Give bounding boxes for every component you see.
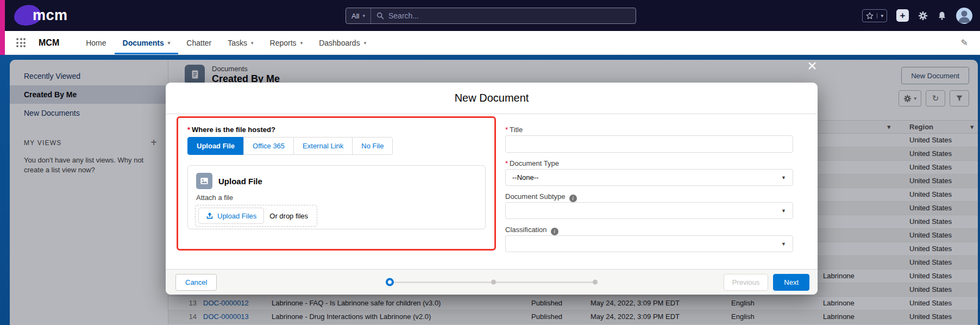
search-icon bbox=[376, 12, 384, 20]
classification-select[interactable]: ▼ bbox=[505, 235, 793, 252]
cancel-button[interactable]: Cancel bbox=[175, 274, 217, 291]
logo-wordmark: mcm bbox=[33, 7, 68, 24]
tab-label: Documents bbox=[123, 39, 164, 47]
info-icon[interactable]: i bbox=[551, 228, 558, 235]
document-type-label: *Document Type bbox=[505, 159, 559, 167]
document-type-select[interactable]: --None-- ▼ bbox=[505, 169, 793, 186]
salesforce-app-screen: mcm All ▾ ▾ + bbox=[0, 0, 980, 325]
classification-label: Classificationi bbox=[505, 226, 558, 235]
document-subtype-label: Document Subtypei bbox=[505, 192, 577, 202]
chevron-down-icon[interactable]: ▾ bbox=[877, 13, 883, 18]
header-utility-icons: ▾ + bbox=[862, 0, 972, 31]
tab-label: Reports bbox=[270, 39, 297, 47]
host-option-upload-file[interactable]: Upload File bbox=[187, 137, 244, 155]
drop-files-label: Or drop files bbox=[269, 212, 308, 220]
search-scope-value: All bbox=[351, 12, 359, 20]
chevron-down-icon: ▾ bbox=[362, 13, 365, 18]
title-label: *Title bbox=[505, 126, 523, 134]
tab-reports[interactable]: Reports▾ bbox=[262, 31, 311, 54]
chevron-down-icon: ▼ bbox=[781, 175, 786, 180]
title-input[interactable] bbox=[505, 135, 793, 153]
search-input[interactable] bbox=[388, 11, 636, 20]
tab-dashboards[interactable]: Dashboards▾ bbox=[311, 31, 374, 54]
notifications-bell-icon[interactable] bbox=[937, 11, 947, 21]
upload-files-label: Upload Files bbox=[217, 212, 256, 220]
close-icon[interactable]: × bbox=[803, 57, 821, 75]
tab-label: Chatter bbox=[186, 39, 211, 47]
required-asterisk: * bbox=[505, 159, 508, 167]
progress-step-3 bbox=[593, 280, 598, 285]
info-icon[interactable]: i bbox=[569, 195, 577, 202]
document-type-value: --None-- bbox=[512, 173, 538, 182]
attach-file-label: Attach a file bbox=[196, 193, 485, 202]
file-image-icon bbox=[196, 173, 212, 189]
required-asterisk: * bbox=[505, 126, 508, 134]
tab-label: Dashboards bbox=[319, 39, 360, 47]
tab-label: Home bbox=[86, 39, 106, 47]
progress-line bbox=[394, 282, 491, 283]
required-asterisk: * bbox=[187, 126, 190, 134]
global-search[interactable]: All ▾ bbox=[345, 8, 636, 24]
chevron-down-icon: ▼ bbox=[781, 208, 786, 214]
footer-buttons: Previous Next bbox=[724, 274, 809, 291]
host-option-no-file[interactable]: No File bbox=[352, 137, 393, 155]
file-drop-zone[interactable]: Upload Files Or drop files bbox=[195, 205, 317, 227]
favorites-control[interactable]: ▾ bbox=[862, 9, 887, 22]
host-option-external-link[interactable]: External Link bbox=[293, 137, 353, 155]
document-subtype-select[interactable]: ▼ bbox=[505, 202, 793, 219]
tab-label: Tasks bbox=[228, 39, 247, 47]
progress-step-2 bbox=[491, 280, 496, 285]
progress-line bbox=[496, 282, 593, 283]
modal-footer: Cancel Previous Next bbox=[166, 269, 818, 295]
tab-home[interactable]: Home bbox=[78, 31, 114, 54]
tab-documents[interactable]: Documents▾ bbox=[115, 31, 179, 54]
host-option-office-365[interactable]: Office 365 bbox=[243, 137, 294, 155]
file-hosted-label: *Where is the file hosted? bbox=[187, 126, 275, 134]
chevron-down-icon[interactable]: ▾ bbox=[251, 40, 254, 46]
upload-icon bbox=[206, 212, 213, 220]
previous-button[interactable]: Previous bbox=[724, 274, 769, 291]
search-scope-selector[interactable]: All ▾ bbox=[346, 8, 371, 23]
chevron-down-icon[interactable]: ▾ bbox=[300, 40, 303, 46]
app-nav-bar: MCM Home Documents▾ Chatter Tasks▾ Repor… bbox=[0, 31, 980, 55]
host-option-group: Upload File Office 365 External Link No … bbox=[187, 137, 393, 155]
global-actions-icon[interactable]: + bbox=[896, 9, 909, 22]
chevron-down-icon[interactable]: ▾ bbox=[168, 40, 171, 46]
modal-header: New Document bbox=[166, 83, 818, 114]
global-header: mcm All ▾ ▾ + bbox=[0, 0, 980, 31]
edit-nav-pencil-icon[interactable]: ✎ bbox=[961, 38, 968, 48]
upload-files-button[interactable]: Upload Files bbox=[198, 208, 264, 224]
modal-title: New Document bbox=[455, 92, 529, 104]
app-launcher-icon[interactable] bbox=[16, 38, 26, 47]
progress-indicator bbox=[386, 278, 598, 286]
tab-chatter[interactable]: Chatter bbox=[178, 31, 219, 54]
app-name: MCM bbox=[39, 38, 59, 48]
progress-step-1 bbox=[386, 278, 394, 286]
nav-tabs: Home Documents▾ Chatter Tasks▾ Reports▾ … bbox=[78, 31, 374, 54]
brand-logo: mcm bbox=[14, 4, 68, 26]
upload-card-header: Upload File bbox=[188, 166, 485, 189]
next-button[interactable]: Next bbox=[773, 274, 809, 291]
chevron-down-icon[interactable]: ▾ bbox=[364, 40, 367, 46]
setup-gear-icon[interactable] bbox=[918, 11, 928, 21]
accent-strip bbox=[0, 0, 5, 55]
user-avatar[interactable] bbox=[956, 8, 972, 24]
chevron-down-icon: ▼ bbox=[781, 241, 786, 247]
upload-card-title: Upload File bbox=[218, 177, 262, 186]
upload-file-card: Upload File Attach a file Upload Files O… bbox=[187, 165, 486, 229]
star-icon[interactable] bbox=[866, 12, 874, 20]
tab-tasks[interactable]: Tasks▾ bbox=[219, 31, 261, 54]
new-document-modal: New Document *Where is the file hosted? … bbox=[166, 83, 818, 295]
